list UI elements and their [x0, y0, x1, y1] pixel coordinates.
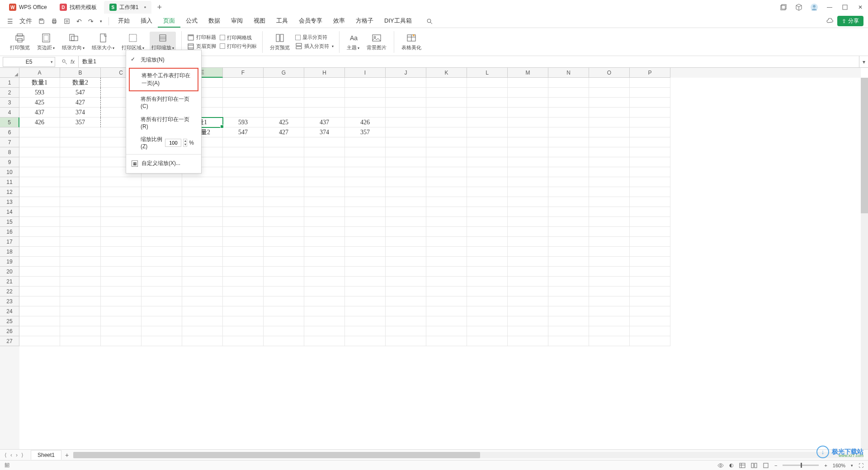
cell[interactable] — [264, 207, 304, 217]
row-header[interactable]: 15 — [0, 217, 19, 227]
cell[interactable] — [142, 227, 182, 237]
cell[interactable] — [426, 217, 467, 227]
cell[interactable] — [101, 177, 142, 187]
cell[interactable] — [142, 247, 182, 257]
cell[interactable] — [264, 336, 304, 346]
cell[interactable] — [19, 187, 60, 197]
row-header[interactable]: 14 — [0, 207, 19, 217]
cell[interactable] — [19, 167, 60, 177]
cell[interactable] — [264, 316, 304, 326]
tab-templates[interactable]: D找稻壳模板 — [54, 1, 102, 14]
menu-tab-5[interactable]: 审阅 — [226, 15, 248, 28]
cell[interactable] — [467, 296, 508, 306]
menu-tab-8[interactable]: 会员专享 — [293, 15, 328, 28]
cell[interactable] — [508, 147, 548, 157]
cell[interactable] — [345, 336, 386, 346]
cell[interactable] — [426, 257, 467, 267]
sheet-tab-sheet1[interactable]: Sheet1 — [31, 450, 61, 460]
cell[interactable] — [548, 137, 589, 147]
cell[interactable] — [426, 137, 467, 147]
print-title-button[interactable]: 打印标题 — [187, 34, 216, 41]
cell[interactable] — [19, 227, 60, 237]
cell[interactable] — [548, 78, 589, 88]
cell[interactable] — [182, 296, 223, 306]
cell[interactable]: 425 — [264, 118, 304, 127]
cell[interactable] — [467, 127, 508, 137]
cell[interactable] — [386, 237, 426, 247]
cell[interactable] — [426, 108, 467, 118]
col-header[interactable]: H — [304, 68, 345, 78]
cell[interactable] — [467, 88, 508, 98]
cell[interactable] — [386, 137, 426, 147]
cell[interactable]: 357 — [345, 127, 386, 137]
cell[interactable] — [60, 277, 101, 287]
cell[interactable]: 593 — [223, 118, 264, 127]
cell[interactable] — [426, 177, 467, 187]
cell[interactable] — [223, 267, 264, 277]
cell[interactable] — [264, 296, 304, 306]
cell[interactable] — [264, 98, 304, 108]
cell[interactable] — [101, 197, 142, 207]
cell[interactable] — [142, 177, 182, 187]
cell[interactable] — [304, 326, 345, 336]
cell[interactable] — [508, 177, 548, 187]
cell[interactable] — [345, 316, 386, 326]
row-header[interactable]: 16 — [0, 227, 19, 237]
add-sheet-button[interactable]: + — [65, 451, 69, 459]
cell[interactable] — [19, 127, 60, 137]
row-header[interactable]: 25 — [0, 316, 19, 326]
cell[interactable] — [304, 98, 345, 108]
cell[interactable]: 427 — [60, 98, 101, 108]
cell[interactable] — [426, 326, 467, 336]
cell[interactable] — [426, 118, 467, 127]
cell[interactable] — [467, 147, 508, 157]
row-header[interactable]: 5 — [0, 118, 19, 127]
cell[interactable] — [508, 237, 548, 247]
cell[interactable] — [304, 167, 345, 177]
bg-image-button[interactable]: 背景图片 — [365, 32, 388, 52]
cell[interactable] — [426, 197, 467, 207]
cell[interactable] — [548, 336, 589, 346]
cell[interactable] — [223, 247, 264, 257]
row-header[interactable]: 10 — [0, 167, 19, 177]
cell[interactable] — [223, 88, 264, 98]
row-header[interactable]: 11 — [0, 177, 19, 187]
sheet-last-icon[interactable]: ⟩ — [21, 452, 24, 458]
cell[interactable] — [589, 217, 630, 227]
cell[interactable] — [630, 157, 670, 167]
cell[interactable] — [304, 306, 345, 316]
cell[interactable] — [60, 267, 101, 277]
cell[interactable] — [467, 267, 508, 277]
cell[interactable] — [264, 306, 304, 316]
cell[interactable] — [589, 287, 630, 296]
cell[interactable] — [630, 118, 670, 127]
cell[interactable] — [548, 247, 589, 257]
print-preview-button[interactable]: 打印预览 — [8, 32, 32, 52]
cell[interactable] — [467, 118, 508, 127]
page-margin-button[interactable]: 页边距▾ — [35, 32, 57, 52]
cell[interactable] — [467, 316, 508, 326]
paper-direction-button[interactable]: 纸张方向▾ — [60, 32, 86, 52]
cell[interactable] — [467, 167, 508, 177]
trace-icon[interactable] — [61, 59, 68, 65]
cell[interactable] — [60, 167, 101, 177]
user-avatar-icon[interactable] — [810, 3, 818, 11]
cell[interactable] — [345, 207, 386, 217]
cell[interactable] — [548, 98, 589, 108]
cell[interactable]: 426 — [19, 118, 60, 127]
print-quick-icon[interactable] — [48, 16, 60, 26]
cell[interactable] — [589, 227, 630, 237]
cell[interactable] — [304, 296, 345, 306]
cell[interactable] — [426, 296, 467, 306]
cell[interactable] — [386, 336, 426, 346]
row-header[interactable]: 13 — [0, 197, 19, 207]
cell[interactable] — [142, 316, 182, 326]
cell[interactable] — [304, 267, 345, 277]
cell[interactable] — [182, 316, 223, 326]
cell[interactable] — [60, 217, 101, 227]
cell[interactable] — [345, 108, 386, 118]
cell[interactable] — [304, 227, 345, 237]
palette-icon[interactable]: ◐ — [729, 462, 734, 468]
save-icon[interactable] — [36, 16, 47, 26]
cell[interactable] — [426, 267, 467, 277]
